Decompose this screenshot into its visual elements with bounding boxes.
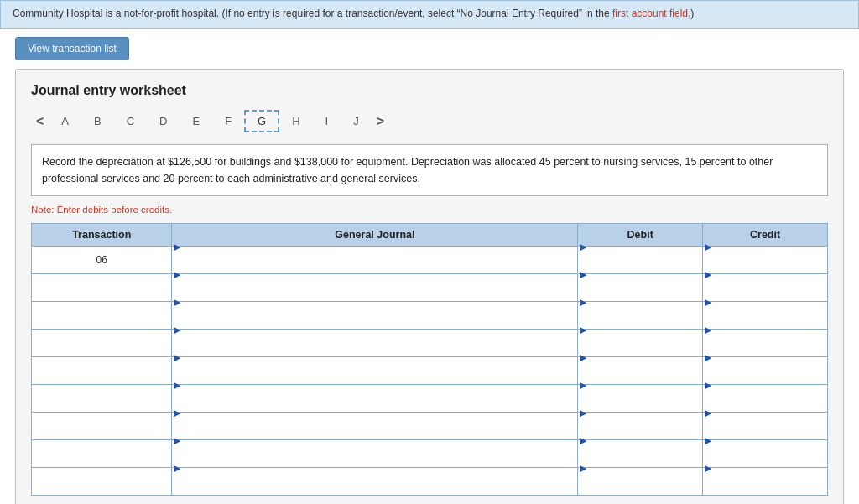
credit-input[interactable] — [703, 363, 827, 390]
general-journal-input[interactable] — [172, 363, 577, 390]
row-arrow-icon: ▶ — [172, 352, 180, 363]
header-credit: Credit — [703, 224, 828, 247]
debit-arrow-icon: ▶ — [578, 242, 586, 252]
credit-arrow-icon: ▶ — [703, 380, 711, 391]
credit-arrow-icon: ▶ — [703, 297, 711, 308]
credit-arrow-icon: ▶ — [703, 352, 711, 363]
row-arrow-icon: ▶ — [172, 297, 180, 308]
credit-arrow-icon: ▶ — [703, 463, 711, 474]
general-journal-input[interactable] — [172, 280, 577, 307]
debit-input[interactable] — [578, 308, 702, 335]
general-journal-input[interactable] — [172, 446, 577, 473]
credit-input[interactable] — [703, 252, 827, 279]
tab-H[interactable]: H — [279, 111, 312, 132]
tab-C[interactable]: C — [114, 111, 147, 132]
debit-input[interactable] — [578, 363, 702, 390]
transaction-cell — [32, 413, 172, 440]
general-journal-input[interactable] — [172, 335, 577, 362]
row-arrow-icon: ▶ — [172, 435, 180, 446]
transaction-cell — [32, 468, 172, 496]
view-transaction-list-button[interactable]: View transaction list — [15, 37, 129, 60]
debit-arrow-icon: ▶ — [578, 297, 586, 308]
debit-input[interactable] — [578, 391, 702, 418]
debit-arrow-icon: ▶ — [578, 325, 586, 335]
credit-arrow-icon: ▶ — [703, 435, 711, 446]
row-arrow-icon: ▶ — [172, 325, 180, 335]
debit-cell[interactable]: ▶ — [578, 247, 703, 274]
transaction-cell — [32, 302, 172, 330]
credit-cell[interactable]: ▶ — [703, 247, 828, 274]
header-general-journal: General Journal — [172, 224, 578, 247]
general-journal-cell[interactable]: ▶ — [172, 247, 578, 274]
worksheet-container: Journal entry worksheet < A B C D E F G … — [15, 69, 844, 504]
row-arrow-icon: ▶ — [172, 242, 180, 252]
description-text: Record the depreciation at $126,500 for … — [42, 156, 773, 184]
credit-arrow-icon: ▶ — [703, 325, 711, 335]
credit-input[interactable] — [703, 308, 827, 335]
transaction-cell — [32, 385, 172, 413]
note-text: Note: Enter debits before credits. — [31, 205, 828, 215]
debit-arrow-icon: ▶ — [578, 408, 586, 418]
row-arrow-icon: ▶ — [172, 408, 180, 418]
general-journal-input[interactable] — [172, 391, 577, 418]
header-transaction: Transaction — [32, 224, 172, 247]
general-journal-input[interactable] — [172, 252, 577, 279]
credit-arrow-icon: ▶ — [703, 242, 711, 252]
top-banner: Community Hospital is a not-for-profit h… — [0, 0, 859, 29]
row-arrow-icon: ▶ — [172, 380, 180, 391]
transaction-cell — [32, 440, 172, 468]
general-journal-input[interactable] — [172, 308, 577, 335]
tab-navigation: < A B C D E F G H I J > — [31, 110, 828, 132]
credit-input[interactable] — [703, 280, 827, 307]
transaction-cell — [32, 357, 172, 385]
row-arrow-icon: ▶ — [172, 463, 180, 474]
general-journal-input[interactable] — [172, 474, 577, 501]
credit-input[interactable] — [703, 391, 827, 418]
tab-F[interactable]: F — [212, 111, 244, 132]
tab-B[interactable]: B — [81, 111, 114, 132]
debit-input[interactable] — [578, 280, 702, 307]
debit-input[interactable] — [578, 335, 702, 362]
credit-input[interactable] — [703, 335, 827, 362]
tab-E[interactable]: E — [180, 111, 212, 132]
tab-A[interactable]: A — [49, 111, 81, 132]
banner-link-text: first account field. — [612, 8, 690, 19]
debit-input[interactable] — [578, 446, 702, 473]
debit-arrow-icon: ▶ — [578, 463, 586, 474]
transaction-cell — [32, 274, 172, 302]
tab-prev-arrow[interactable]: < — [31, 112, 49, 131]
debit-arrow-icon: ▶ — [578, 435, 586, 446]
credit-arrow-icon: ▶ — [703, 269, 711, 280]
tab-G[interactable]: G — [244, 110, 279, 132]
credit-input[interactable] — [703, 474, 827, 501]
debit-arrow-icon: ▶ — [578, 380, 586, 391]
tab-I[interactable]: I — [313, 111, 341, 132]
tab-J[interactable]: J — [341, 111, 372, 132]
row-arrow-icon: ▶ — [172, 269, 180, 280]
debit-input[interactable] — [578, 474, 702, 501]
credit-input[interactable] — [703, 446, 827, 473]
credit-input[interactable] — [703, 418, 827, 445]
debit-arrow-icon: ▶ — [578, 352, 586, 363]
debit-input[interactable] — [578, 252, 702, 279]
journal-table: Transaction General Journal Debit Credit… — [31, 223, 828, 496]
general-journal-input[interactable] — [172, 418, 577, 445]
debit-input[interactable] — [578, 418, 702, 445]
worksheet-title: Journal entry worksheet — [31, 83, 828, 98]
credit-arrow-icon: ▶ — [703, 408, 711, 418]
tab-next-arrow[interactable]: > — [372, 112, 389, 131]
description-box: Record the depreciation at $126,500 for … — [31, 144, 828, 196]
header-debit: Debit — [578, 224, 703, 247]
transaction-cell — [32, 330, 172, 357]
tab-D[interactable]: D — [147, 111, 180, 132]
debit-arrow-icon: ▶ — [578, 269, 586, 280]
transaction-cell: 06 — [32, 247, 172, 274]
